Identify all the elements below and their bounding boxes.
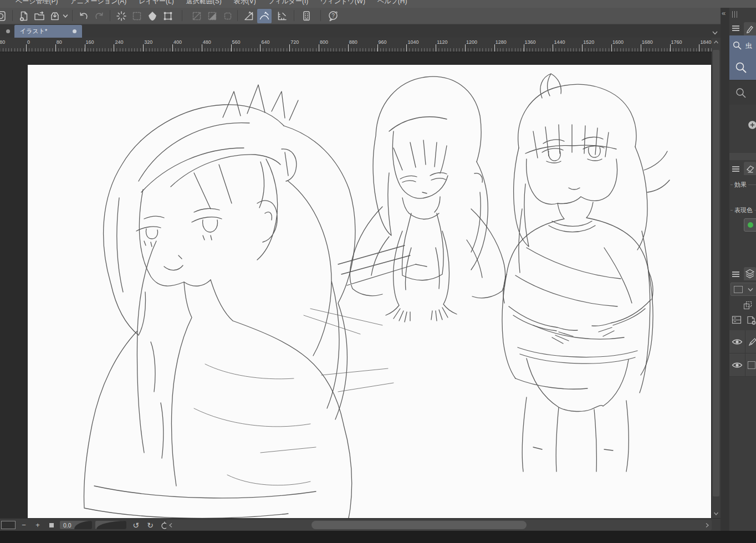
- ruler-label: 240: [115, 39, 123, 45]
- ruler-major-tick: [641, 44, 641, 52]
- window-bottom-strip: [0, 531, 756, 543]
- tab-overflow-chevron-icon[interactable]: [712, 28, 718, 38]
- expression-color-dropdown[interactable]: [744, 218, 756, 232]
- canvas-document[interactable]: [28, 65, 711, 518]
- zoom-out-button[interactable]: −: [18, 520, 30, 530]
- collapse-panel-icon[interactable]: «: [722, 9, 726, 17]
- layer-property-tab-brush-icon[interactable]: [744, 162, 756, 175]
- ruler-major-tick: [289, 44, 290, 52]
- deselect-icon[interactable]: [190, 9, 204, 23]
- layer-visibility-eye-icon[interactable]: [732, 361, 743, 369]
- sketch-figure-left: [84, 85, 394, 518]
- new-layer-icon[interactable]: [745, 314, 756, 326]
- material-panel-icon[interactable]: [299, 9, 314, 23]
- ruler-major-tick: [26, 44, 27, 52]
- vertical-scrollbar[interactable]: [712, 38, 721, 518]
- subtool-scroll-strip[interactable]: [729, 153, 756, 160]
- panel-divider[interactable]: «: [721, 8, 729, 531]
- horizontal-ruler: -800801602403204004805606407208008809601…: [0, 38, 712, 53]
- subtool-item-zoom-out[interactable]: [729, 80, 756, 105]
- menu-animation[interactable]: アニメーション(A): [70, 0, 127, 5]
- ruler-major-tick: [348, 44, 349, 52]
- layer-visibility-eye-icon[interactable]: [732, 338, 743, 346]
- menu-selection[interactable]: 選択範囲(S): [186, 0, 222, 5]
- layer-row[interactable]: [729, 330, 756, 354]
- rotate-left-icon[interactable]: ↺: [130, 520, 142, 530]
- layer-panel-menu-icon[interactable]: [731, 269, 740, 279]
- ruler-label: 80: [57, 39, 62, 45]
- canvas-viewport[interactable]: [0, 53, 712, 518]
- ruler-label: 1120: [437, 39, 447, 45]
- clear-icon[interactable]: [114, 9, 129, 23]
- fill-icon[interactable]: [145, 9, 160, 23]
- subtool-item-zoom-in[interactable]: [729, 55, 756, 80]
- layer-list-view-icon[interactable]: [731, 314, 743, 326]
- save-icon[interactable]: [48, 9, 62, 23]
- scroll-left-arrow-icon[interactable]: [166, 521, 175, 530]
- clear-outside-selection-icon[interactable]: [130, 9, 144, 23]
- ruler-major-tick: [172, 44, 173, 52]
- help-icon[interactable]: ?: [326, 9, 340, 23]
- ruler-major-tick: [699, 44, 699, 52]
- invert-selection-icon[interactable]: [205, 9, 219, 23]
- add-subtool-icon[interactable]: [747, 120, 756, 130]
- document-tab-bar: イラスト*: [0, 24, 721, 38]
- snap-to-grid-icon[interactable]: [275, 9, 289, 23]
- scroll-down-arrow-icon[interactable]: [712, 509, 721, 518]
- fit-to-screen-button[interactable]: [45, 520, 58, 530]
- scale-rotate-transform-icon[interactable]: [161, 9, 175, 23]
- panel-drag-handle-icon[interactable]: [732, 11, 738, 18]
- subtool-item-magnifier[interactable]: 虫: [729, 35, 756, 55]
- sketch-figure-right: [502, 74, 670, 472]
- ruler-label: 720: [290, 39, 299, 45]
- snap-to-ruler-icon[interactable]: [242, 9, 256, 23]
- menu-view[interactable]: 表示(V): [234, 0, 256, 5]
- save-options-chevron-icon[interactable]: [62, 9, 69, 23]
- undo-icon[interactable]: [76, 9, 91, 23]
- new-document-icon[interactable]: [17, 9, 31, 23]
- rotate-right-icon[interactable]: ↻: [144, 520, 156, 530]
- zoom-slider[interactable]: [95, 521, 126, 529]
- canvas-status-bar: − + 0.0 ↺ ↻: [0, 518, 721, 531]
- ruler-major-tick: [231, 44, 232, 52]
- ruler-label: 880: [349, 39, 357, 45]
- layer-row[interactable]: [729, 354, 756, 377]
- layer-property-menu-icon[interactable]: [731, 164, 740, 174]
- ruler-label: 960: [379, 39, 387, 45]
- layer-panel-tab-layers-icon[interactable]: [744, 267, 756, 280]
- menu-help[interactable]: ヘルプ(H): [377, 0, 407, 5]
- ruler-label: 1040: [407, 39, 418, 45]
- shrink-selection-icon[interactable]: [221, 9, 235, 23]
- open-file-icon[interactable]: [32, 9, 47, 23]
- redo-icon[interactable]: [92, 9, 106, 23]
- scroll-up-arrow-icon[interactable]: [712, 38, 721, 47]
- blend-mode-dropdown[interactable]: [731, 283, 756, 296]
- chevron-down-icon: [748, 288, 753, 292]
- cropped-toolbar-icon[interactable]: [0, 9, 8, 23]
- snap-to-special-ruler-icon[interactable]: [257, 9, 272, 23]
- ruler-label: 1280: [496, 39, 507, 45]
- navigator-preview-box[interactable]: [1, 521, 16, 529]
- magnifier-icon: [734, 61, 748, 74]
- menu-filter[interactable]: フィルター(I): [268, 0, 308, 5]
- vertical-scrollbar-thumb[interactable]: [713, 50, 719, 496]
- ruler-label: 1200: [466, 39, 477, 45]
- ruler-label: 1360: [525, 39, 536, 45]
- rotation-value-slider[interactable]: 0.0: [60, 521, 92, 529]
- tab-list-dot-icon[interactable]: [6, 29, 10, 33]
- menu-window[interactable]: ウィンドウ(W): [320, 0, 365, 5]
- magnifier-icon: [735, 87, 747, 99]
- app-window: ページ管理(P) アニメーション(A) レイヤー(L) 選択範囲(S) 表示(V…: [0, 0, 756, 543]
- subtool-panel-menu-icon[interactable]: [731, 23, 740, 33]
- ruler-major-tick: [436, 44, 436, 52]
- menu-layer[interactable]: レイヤー(L): [139, 0, 174, 5]
- horizontal-scrollbar-thumb[interactable]: [311, 521, 527, 529]
- subtool-panel-tab-pen-icon[interactable]: [744, 22, 756, 35]
- zoom-in-button[interactable]: +: [32, 520, 44, 530]
- clip-to-layer-below-icon[interactable]: [742, 299, 754, 311]
- document-tab[interactable]: イラスト*: [14, 25, 82, 38]
- ruler-major-tick: [55, 44, 56, 52]
- scroll-right-arrow-icon[interactable]: [703, 521, 712, 530]
- menu-page-management[interactable]: ページ管理(P): [16, 0, 58, 5]
- horizontal-scrollbar[interactable]: [166, 520, 712, 530]
